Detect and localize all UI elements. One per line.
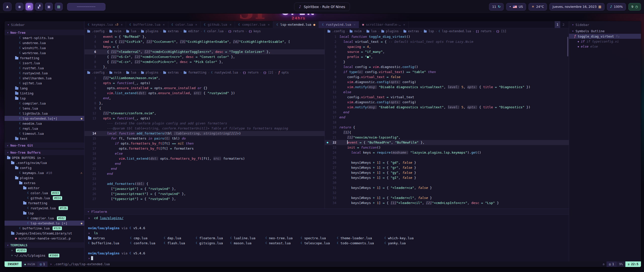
code-line[interactable]: 8 { [1]"<C-c>", [2]"<cmd>CccPick<cr>", d… [85, 59, 325, 64]
code-line[interactable]: 2 local virtual_text = { -- Default virt… [325, 39, 569, 44]
code-line[interactable]: 33 keys[#keys + 1] = { "<leader>cl", fal… [325, 195, 569, 200]
tree-item[interactable]: lang [5, 86, 84, 91]
section-header[interactable]: ▸Neo-Tree Git [5, 143, 84, 148]
tab-close-icon[interactable]: × [403, 23, 405, 26]
code-line[interactable]: 9 }, [85, 64, 325, 69]
code-area[interactable]: 3 [1]"williamboman/mason.nvim",4 opts = … [85, 76, 325, 209]
code-line[interactable]: 14 local function add_formatters(tbl :ta… [85, 131, 325, 136]
code-line[interactable]: 16 if opts.formatters_by_ft[ft] == nil t… [85, 141, 325, 146]
tree-item[interactable]: Juegos/Indies/SteamLibrary/st [5, 231, 84, 236]
workspace-button[interactable]: ▣ [45, 3, 53, 11]
code-line[interactable]: 20 end [85, 161, 325, 166]
code-line[interactable]: 8 if type(v: config.virtual_text) == "ta… [325, 70, 569, 75]
tab-close-icon[interactable]: × [195, 23, 197, 26]
tree-item[interactable]: ☾sqlfmt.lua [5, 81, 84, 86]
code-line[interactable]: 23 init = function() [325, 145, 569, 150]
topbar-widget[interactable]: jueves, noviembre 16, 2023▦ [549, 3, 604, 11]
tabpage-number[interactable]: 1 [555, 21, 560, 28]
tree-item[interactable]: ☾timeout.lua [5, 131, 84, 136]
tree-item[interactable]: test [5, 136, 84, 141]
editor-tab[interactable]: ☾compiler.lua× [235, 21, 273, 28]
tree-item[interactable]: editor [5, 185, 84, 190]
code-line[interactable]: 12 else [325, 90, 569, 95]
code-line[interactable]: 4 source = "if_many", [325, 49, 569, 54]
code-line[interactable]: 24 add_formatters(tbl: { [85, 181, 325, 186]
tasklist-item[interactable]: ───────── [67, 3, 105, 11]
tree-item[interactable]: ☾rustywind.lua#726 [5, 206, 84, 211]
code-line[interactable]: 17end [325, 115, 569, 120]
code-line[interactable]: 20 [1]{ [325, 130, 569, 135]
tree-item[interactable]: ☾github.lua#654 [5, 195, 84, 200]
tab-close-icon[interactable]: × [121, 23, 123, 26]
tree-item[interactable]: lsp [5, 96, 84, 101]
tree-item[interactable]: ☾lens.lua [5, 106, 84, 111]
code-line[interactable]: 15 for ft, formatters in pairs(t: tbl) d… [85, 136, 325, 141]
code-line[interactable]: 31 keys[#keys + 1] = { "<leader>ca", fal… [325, 185, 569, 190]
code-line[interactable]: 6 } [325, 59, 569, 64]
tree-item[interactable]: ☾compiler.lua#682 [5, 216, 84, 221]
topbar-widget[interactable]: ♪100% [607, 3, 626, 11]
code-line[interactable]: 7 { [1]"<S-C>", [2]"<cmd>CccConvert<cr>"… [85, 54, 325, 59]
editor-tab[interactable]: ☾color.lua× [168, 21, 201, 28]
code-line[interactable]: 5 prefix = "●", [325, 54, 569, 59]
code-line[interactable]: 19 vim.list_extend(dst: opts.formatters_… [85, 156, 325, 161]
scrollbar-handle[interactable] [567, 37, 568, 56]
tree-item[interactable]: ☾isort.lua [5, 60, 84, 65]
workspace-button[interactable]: ◉ [16, 3, 23, 11]
code-line[interactable]: 12 [1]"stevearc/conform.nvim", [85, 111, 325, 116]
code-line[interactable]: 28 keys[#keys + 1] = { "gy", false } [325, 170, 569, 175]
outline-item[interactable]: ◆elseelse [569, 44, 641, 49]
tree-item[interactable]: ☾smart-splits.lua [5, 35, 84, 40]
code-line[interactable]: 27 ["typescript"] = { "rustywind" }, [85, 196, 325, 201]
topbar-widget[interactable]: •US [506, 3, 526, 11]
code-line[interactable]: 3 event = { "BufRead" }, [85, 34, 325, 39]
tree-item[interactable]: ☾lightbulb.lua [5, 111, 84, 116]
tree-item[interactable]: ☾undotree.lua [5, 40, 84, 45]
code-line[interactable]: 27 keys[#keys + 1] = { "gr", false } [325, 165, 569, 170]
tree-item[interactable]: OPEN BUFFERS in ~ [5, 155, 84, 160]
editor-tab[interactable]: ▣scrollbar-handle-…× [359, 21, 409, 28]
editor-tab[interactable]: ☾rustywind.lua× [319, 21, 359, 28]
code-line[interactable]: 26 keys[#keys + 1] = { "gd", false } [325, 160, 569, 165]
code-line[interactable]: 14 vim.diagnostic.config(opts: config) [325, 100, 569, 105]
tree-item[interactable]: formatting [5, 200, 84, 206]
tree-item[interactable]: ☾repl.lua [5, 126, 84, 131]
code-line[interactable]: 15 vim.notify(msg: "Enabled diagnostics … [325, 105, 569, 110]
editor-tab[interactable]: ☾bufferline.lua× [126, 21, 168, 28]
code-line[interactable]: 19return { [325, 125, 569, 130]
section-header[interactable]: ▾Neo-Tree Buffers [5, 150, 84, 155]
code-line[interactable]: 32 [325, 190, 569, 195]
editor-tab[interactable]: ☾github.lua× [201, 21, 235, 28]
outline-item[interactable]: ◆ifif type(config.vi [569, 39, 641, 44]
tree-item[interactable]: ☾color.lua#493 [5, 190, 84, 195]
code-line[interactable]: 18 else [85, 151, 325, 156]
code-line[interactable]: 25 ["javascript"] = { "rustywind" }, [85, 186, 325, 191]
section-header[interactable]: ▾TERMINALS [5, 242, 84, 248]
code-line[interactable]: 1local function toggle_diag_virtext() [325, 34, 569, 39]
tree-item[interactable]: lsp [5, 211, 84, 216]
code-line[interactable]: 22● event = { "BufReadPre", "BufNewFile"… [325, 140, 569, 145]
tree-item[interactable]: plugins [5, 175, 84, 180]
code-line[interactable]: 11 vim.notify(msg: "Disable diagnostics … [325, 85, 569, 90]
tree-item[interactable]: ☾worktree.lua [5, 50, 84, 55]
music-widget[interactable]: ♪ Spiritbox - Rule Of Nines [294, 3, 350, 11]
section-header[interactable]: ▾Neo-Tree [5, 30, 84, 35]
code-line[interactable]: 6 vim.list_extend(dst: opts.ensure_insta… [85, 91, 325, 96]
code-line[interactable]: 4 cmd = { [1]"CccPick", [2]"CccConvert",… [85, 39, 325, 44]
tree-item[interactable]: ☾neodim.lua [5, 121, 84, 126]
code-line[interactable]: 16 end [325, 110, 569, 115]
code-line[interactable]: 7 end, [85, 96, 325, 101]
tree-item[interactable]: .config/nvim/lua [5, 160, 84, 165]
tab-close-icon[interactable]: × [354, 23, 355, 26]
tree-item[interactable]: config [5, 165, 84, 170]
code-line[interactable]: 21 [1]"neovim/nvim-lspconfig", [325, 135, 569, 140]
code-line[interactable]: 6 { [1]"<leader>uC", [2]"<cmd>CccHighlig… [85, 49, 325, 54]
tab-close-icon[interactable]: × [268, 23, 270, 26]
tabpage-number[interactable]: 2 [561, 21, 566, 28]
code-line[interactable]: 25 [325, 155, 569, 160]
code-line[interactable]: 29 keys[#keys + 1] = { "gI", false } [325, 175, 569, 180]
topbar-widget[interactable]: ☀24°C [529, 3, 547, 11]
code-line[interactable]: 3 [1]"williamboman/mason.nvim", [85, 76, 325, 81]
topbar-widget[interactable]: 9◷ [628, 3, 641, 11]
code-line[interactable]: ---@param tbl table<string, conform.Form… [85, 126, 325, 131]
